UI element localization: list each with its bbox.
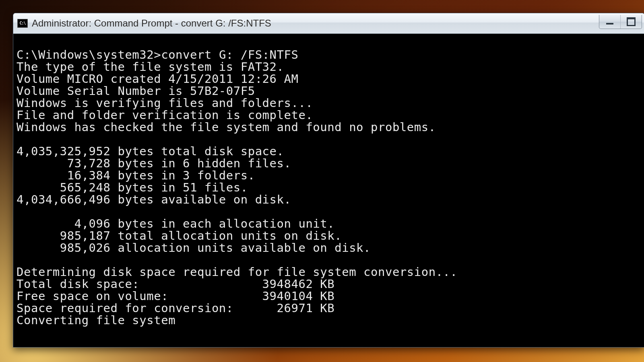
command-prompt-window: C:\ Administrator: Command Prompt - conv… (13, 13, 644, 348)
command-prompt-icon-label: C:\ (19, 21, 25, 25)
window-controls (599, 15, 642, 29)
window-title: Administrator: Command Prompt - convert … (32, 18, 271, 29)
maximize-button[interactable] (620, 15, 642, 29)
maximize-icon (627, 17, 636, 26)
prompt-path: C:\Windows\system32> (17, 48, 161, 62)
command-prompt-icon: C:\ (17, 19, 28, 28)
console-output-lines: The type of the file system is FAT32. Vo… (17, 60, 458, 327)
window-titlebar[interactable]: C:\ Administrator: Command Prompt - conv… (13, 13, 644, 34)
minimize-icon (606, 23, 613, 25)
minimize-button[interactable] (599, 15, 620, 29)
prompt-command: convert G: /FS:NTFS (161, 48, 298, 62)
console-output-area[interactable]: C:\Windows\system32>convert G: /FS:NTFS … (13, 45, 644, 335)
desktop-background: C:\ Administrator: Command Prompt - conv… (0, 0, 644, 362)
